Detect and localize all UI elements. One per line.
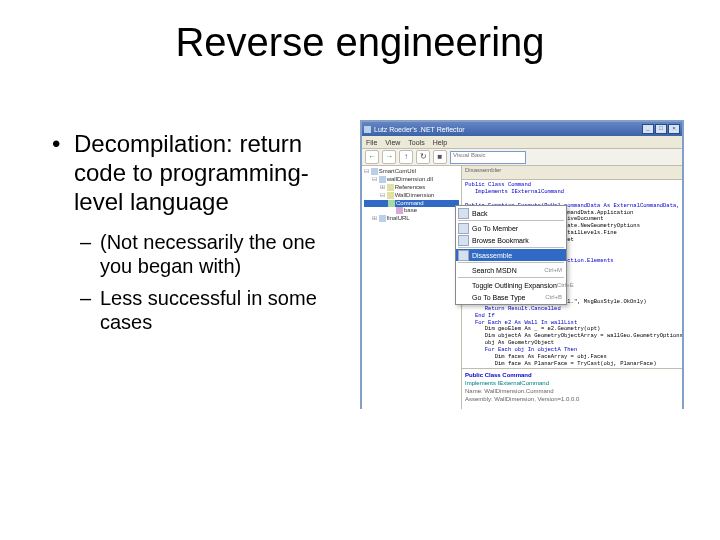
ctx-separator bbox=[458, 220, 564, 221]
ctx-back[interactable]: Back bbox=[456, 207, 566, 219]
tree-node[interactable]: base bbox=[364, 207, 459, 215]
ctx-bookmark[interactable]: Browse Bookmark bbox=[456, 234, 566, 246]
up-button[interactable]: ↑ bbox=[399, 150, 413, 164]
window-title-text: Lutz Roeder's .NET Reflector bbox=[374, 126, 465, 133]
ctx-separator bbox=[458, 277, 564, 278]
bullet-decompilation: Decompilation: return code to programmin… bbox=[52, 130, 342, 216]
menu-help[interactable]: Help bbox=[433, 139, 447, 146]
info-implements: Implements IExternalCommand bbox=[465, 379, 679, 387]
tree-node[interactable]: ⊟ SmartComUtil bbox=[364, 168, 459, 176]
info-assembly: Assembly: WallDimension, Version=1.0.0.0 bbox=[465, 395, 679, 403]
tree-node-selected[interactable]: Command bbox=[364, 200, 459, 208]
menu-tools[interactable]: Tools bbox=[408, 139, 424, 146]
ctx-search-msdn[interactable]: Search MSDNCtrl+M bbox=[456, 264, 566, 276]
assembly-tree[interactable]: ⊟ SmartComUtil ⊟ wallDimension.dll ⊞ Ref… bbox=[362, 166, 462, 409]
ctx-goto-member[interactable]: Go To Member bbox=[456, 222, 566, 234]
toolbar: ← → ↑ ↻ ■ Visual Basic bbox=[362, 149, 682, 166]
tree-node[interactable]: ⊞ finalURL bbox=[364, 215, 459, 223]
forward-button[interactable]: → bbox=[382, 150, 396, 164]
tree-node[interactable]: ⊟ WallDimension bbox=[364, 192, 459, 200]
minimize-button[interactable]: _ bbox=[642, 124, 654, 134]
slide-body: Decompilation: return code to programmin… bbox=[52, 130, 342, 342]
ctx-separator bbox=[458, 247, 564, 248]
ctx-toggle-outline[interactable]: Toggle Outlining ExpansionCtrl+E bbox=[456, 279, 566, 291]
window-title: Lutz Roeder's .NET Reflector bbox=[364, 126, 465, 133]
close-button[interactable]: × bbox=[668, 124, 680, 134]
context-menu[interactable]: Back Go To Member Browse Bookmark Disass… bbox=[455, 205, 567, 305]
info-pane: Public Class Command Implements IExterna… bbox=[462, 368, 682, 409]
goto-icon bbox=[458, 223, 469, 234]
language-combo[interactable]: Visual Basic bbox=[450, 151, 526, 164]
maximize-button[interactable]: □ bbox=[655, 124, 667, 134]
ctx-disassemble[interactable]: Disassemble bbox=[456, 249, 566, 261]
ctx-separator bbox=[458, 262, 564, 263]
ctx-goto-base[interactable]: Go To Base TypeCtrl+B bbox=[456, 291, 566, 303]
tree-node[interactable]: ⊟ wallDimension.dll bbox=[364, 176, 459, 184]
back-button[interactable]: ← bbox=[365, 150, 379, 164]
refresh-button[interactable]: ↻ bbox=[416, 150, 430, 164]
subbullet-less-successful: Less successful in some cases bbox=[52, 286, 342, 334]
menu-file[interactable]: File bbox=[366, 139, 377, 146]
bookmark-icon bbox=[458, 235, 469, 246]
slide-title: Reverse engineering bbox=[0, 20, 720, 65]
menu-view[interactable]: View bbox=[385, 139, 400, 146]
code-pane-header: Disassembler bbox=[462, 166, 682, 180]
tree-node[interactable]: ⊞ References bbox=[364, 184, 459, 192]
disassemble-icon bbox=[458, 250, 469, 261]
stop-button[interactable]: ■ bbox=[433, 150, 447, 164]
subbullet-not-necessarily: (Not necessarily the one you began with) bbox=[52, 230, 342, 278]
window-titlebar[interactable]: Lutz Roeder's .NET Reflector _ □ × bbox=[362, 122, 682, 136]
info-name: Name: WallDimension.Command bbox=[465, 387, 679, 395]
info-class: Public Class Command bbox=[465, 371, 679, 379]
menu-bar[interactable]: File View Tools Help bbox=[362, 136, 682, 149]
app-icon bbox=[364, 126, 371, 133]
back-icon bbox=[458, 208, 469, 219]
